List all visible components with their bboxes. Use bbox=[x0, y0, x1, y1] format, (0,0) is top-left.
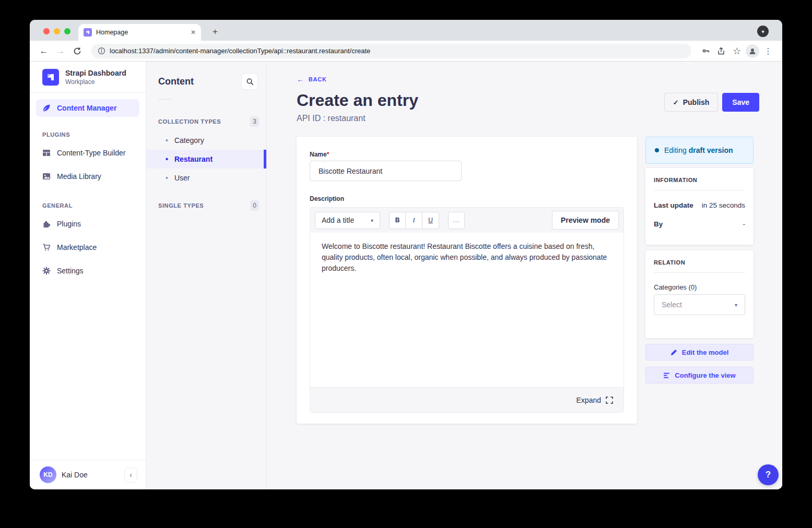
api-id-subtitle: API ID : restaurant bbox=[297, 114, 418, 123]
preview-mode-button[interactable]: Preview mode bbox=[552, 211, 619, 230]
content-row: Name* Description Add a title ▾ B bbox=[267, 123, 782, 424]
check-icon: ✓ bbox=[673, 99, 679, 106]
share-icon[interactable] bbox=[714, 44, 728, 58]
name-field-label: Name* bbox=[310, 151, 624, 158]
sidebar-item-label: Settings bbox=[57, 267, 84, 275]
sidebar-item-plugins[interactable]: Plugins bbox=[30, 212, 146, 235]
card-divider bbox=[654, 190, 745, 190]
sidebar-divider bbox=[30, 92, 146, 93]
subnav-header: Content bbox=[146, 62, 266, 90]
browser-back-button[interactable]: ← bbox=[37, 44, 51, 58]
caret-down-icon: ▾ bbox=[735, 302, 737, 308]
last-update-label: Last update bbox=[654, 201, 693, 209]
bullet-icon: • bbox=[166, 174, 168, 182]
minimize-window-button[interactable] bbox=[54, 28, 60, 34]
help-button[interactable]: ? bbox=[758, 464, 779, 485]
by-value: - bbox=[743, 220, 746, 228]
strapi-app: Strapi Dashboard Workplace Content Manag… bbox=[30, 62, 782, 489]
sidebar-item-label: Content Manager bbox=[57, 104, 116, 112]
categories-select[interactable]: Select ▾ bbox=[654, 294, 745, 315]
sidebar-item-marketplace[interactable]: Marketplace bbox=[30, 235, 146, 259]
group-label: SINGLE TYPES bbox=[158, 202, 204, 209]
back-link[interactable]: ← BACK bbox=[297, 75, 327, 83]
draft-status-badge: Editing draft version bbox=[645, 137, 754, 164]
title-style-dropdown[interactable]: Add a title ▾ bbox=[315, 212, 380, 229]
content-type-builder-icon bbox=[42, 149, 51, 157]
url-text: localhost:1337/admin/content-manager/col… bbox=[110, 47, 370, 55]
underline-button[interactable]: U bbox=[422, 212, 439, 229]
name-input[interactable] bbox=[310, 161, 462, 181]
description-textarea[interactable]: Welcome to Biscotte restaurant! Restaura… bbox=[310, 233, 623, 387]
sidebar-spacer bbox=[30, 282, 146, 460]
brand-text: Strapi Dashboard Workplace bbox=[65, 69, 126, 86]
browser-menu-icon[interactable]: ⋮ bbox=[761, 44, 775, 58]
collection-types-header: COLLECTION TYPES 3 bbox=[158, 116, 259, 127]
bold-button[interactable]: B bbox=[389, 212, 406, 229]
sidebar-item-content-manager[interactable]: Content Manager bbox=[36, 99, 139, 117]
collapse-sidebar-button[interactable]: ‹ bbox=[124, 467, 137, 483]
sidebar-item-content-type-builder[interactable]: Content-Type Builder bbox=[30, 141, 146, 164]
save-label: Save bbox=[732, 98, 749, 106]
editor-footer: Expand bbox=[310, 387, 623, 412]
title-block: Create an entry API ID : restaurant bbox=[297, 91, 418, 123]
caret-down-icon: ▾ bbox=[371, 218, 373, 223]
categories-field-label: Categories (0) bbox=[654, 283, 745, 291]
relation-card: RELATION Categories (0) Select ▾ bbox=[645, 250, 754, 338]
subnav-item-label: Restaurant bbox=[174, 155, 213, 163]
card-divider bbox=[654, 272, 745, 273]
title-style-value: Add a title bbox=[322, 216, 354, 224]
search-button[interactable] bbox=[241, 73, 258, 90]
subnav-item-restaurant[interactable]: • Restaurant bbox=[146, 150, 266, 169]
browser-update-icon[interactable]: ▾ bbox=[757, 26, 769, 37]
address-bar[interactable]: localhost:1337/admin/content-manager/col… bbox=[91, 44, 691, 58]
subnav-item-label: User bbox=[174, 174, 190, 182]
expand-button[interactable]: Expand bbox=[576, 396, 601, 404]
page-header: ← BACK Create an entry API ID : restaura… bbox=[267, 62, 782, 123]
browser-reload-button[interactable] bbox=[70, 44, 84, 58]
subnav-divider bbox=[158, 99, 171, 100]
browser-tab[interactable]: Homepage ✕ bbox=[78, 24, 201, 41]
subnav-title: Content bbox=[158, 76, 194, 87]
edit-model-label: Edit the model bbox=[682, 349, 729, 356]
select-placeholder: Select bbox=[662, 301, 682, 309]
italic-button[interactable]: I bbox=[406, 212, 422, 229]
rich-text-editor: Add a title ▾ B I U ... Prev bbox=[310, 207, 624, 413]
bookmark-star-icon[interactable]: ☆ bbox=[730, 44, 744, 58]
main-sidebar: Strapi Dashboard Workplace Content Manag… bbox=[30, 62, 146, 489]
site-info-icon[interactable] bbox=[98, 47, 105, 55]
brand[interactable]: Strapi Dashboard Workplace bbox=[30, 62, 146, 92]
meta-panel: Editing draft version INFORMATION Last u… bbox=[645, 137, 754, 383]
new-tab-button[interactable]: + bbox=[208, 25, 222, 39]
bullet-icon: • bbox=[166, 136, 168, 145]
subnav-item-label: Category bbox=[174, 136, 204, 145]
relation-label: RELATION bbox=[654, 259, 745, 266]
window-controls bbox=[43, 28, 70, 34]
main-content: ← BACK Create an entry API ID : restaura… bbox=[267, 62, 782, 489]
configure-view-label: Configure the view bbox=[675, 371, 735, 379]
description-field-label: Description bbox=[310, 195, 624, 202]
draft-dot-icon bbox=[655, 148, 659, 152]
plugins-puzzle-icon bbox=[42, 220, 51, 228]
subnav-item-user[interactable]: • User bbox=[146, 169, 266, 187]
subnav-item-category[interactable]: • Category bbox=[146, 131, 266, 150]
save-button[interactable]: Save bbox=[722, 93, 759, 112]
more-formats-button[interactable]: ... bbox=[448, 212, 465, 229]
close-window-button[interactable] bbox=[43, 28, 50, 34]
password-key-icon[interactable] bbox=[699, 44, 712, 58]
configure-view-button[interactable]: Configure the view bbox=[645, 367, 754, 383]
sidebar-item-settings[interactable]: Settings bbox=[30, 259, 146, 282]
publish-button[interactable]: ✓ Publish bbox=[664, 93, 718, 112]
tab-title: Homepage bbox=[96, 29, 186, 36]
workspace-subtitle: Workplace bbox=[65, 78, 126, 86]
user-avatar[interactable]: KD bbox=[40, 466, 56, 483]
edit-model-button[interactable]: Edit the model bbox=[645, 344, 754, 361]
browser-forward-button[interactable]: → bbox=[54, 44, 67, 58]
maximize-window-button[interactable] bbox=[64, 28, 70, 34]
header-actions: ✓ Publish Save bbox=[664, 93, 759, 112]
tab-close-icon[interactable]: ✕ bbox=[191, 29, 196, 36]
user-row: KD Kai Doe ‹ bbox=[30, 460, 146, 489]
sidebar-item-media-library[interactable]: Media Library bbox=[30, 164, 146, 188]
expand-icon[interactable] bbox=[606, 397, 613, 404]
workspace-title: Strapi Dashboard bbox=[65, 69, 126, 78]
browser-profile-avatar[interactable] bbox=[746, 44, 759, 58]
